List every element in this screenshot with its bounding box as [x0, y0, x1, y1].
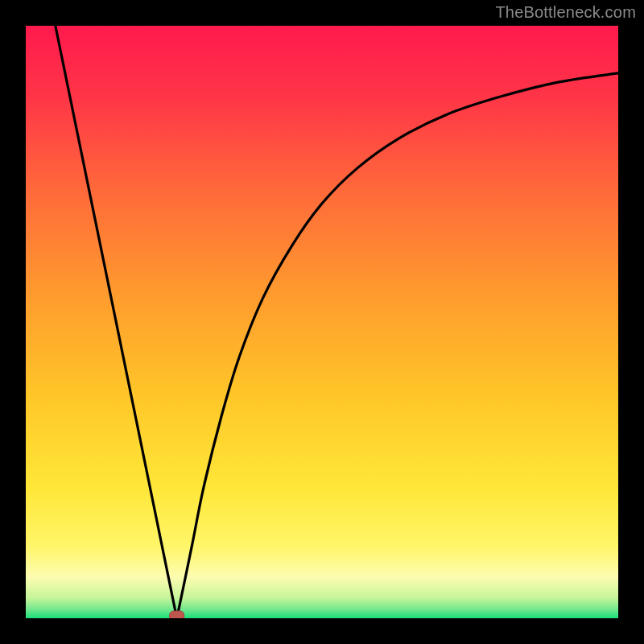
- chart-frame: TheBottleneck.com: [0, 0, 644, 644]
- bottleneck-chart: [26, 26, 618, 618]
- attribution-text: TheBottleneck.com: [495, 3, 636, 22]
- gradient-background: [26, 26, 618, 618]
- plot-area: [26, 26, 618, 618]
- optimal-point-marker: [170, 611, 184, 618]
